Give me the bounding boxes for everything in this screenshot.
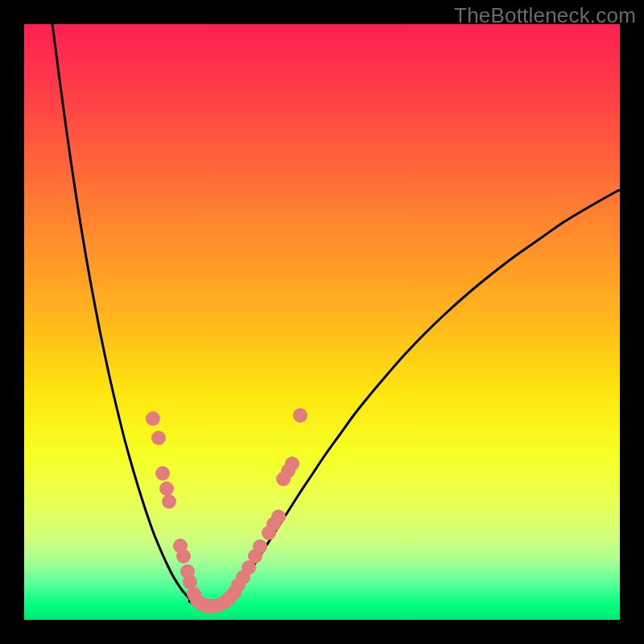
marker-dot xyxy=(271,510,286,524)
chart-frame: TheBottleneck.com xyxy=(0,0,644,644)
plot-area xyxy=(24,24,620,620)
marker-dot xyxy=(151,431,166,445)
marker-dot xyxy=(155,466,170,481)
marker-dot xyxy=(253,539,267,554)
marker-dot xyxy=(285,456,299,471)
marker-dot xyxy=(176,549,191,564)
scatter-markers xyxy=(146,408,308,613)
curve-layer xyxy=(24,24,620,620)
marker-dot xyxy=(159,481,174,496)
marker-dot xyxy=(293,408,308,423)
curve-right xyxy=(224,190,620,604)
marker-dot xyxy=(146,411,160,426)
curve-left xyxy=(52,24,196,604)
curve-lines xyxy=(52,24,620,608)
marker-dot xyxy=(162,494,176,509)
